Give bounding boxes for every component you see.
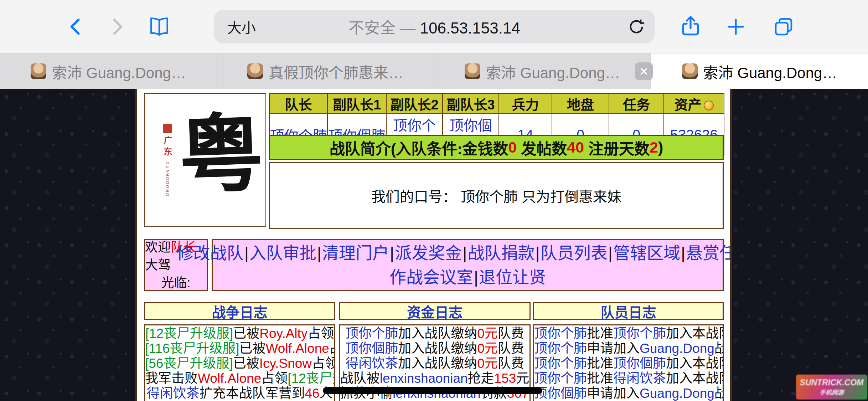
new-tab-button[interactable] bbox=[723, 14, 749, 40]
tab-overview-button[interactable] bbox=[768, 14, 799, 39]
address-bar[interactable]: 大小 不安全 — 106.53.153.14 bbox=[214, 10, 655, 43]
tab-4[interactable]: 索沛 Guang.Dong… bbox=[651, 53, 868, 89]
log-line: 我军击败Wolf.Alone占领[12丧尸升级服] bbox=[145, 371, 334, 386]
address-text: 不安全 — 106.53.153.14 bbox=[257, 15, 612, 38]
home-indicator[interactable] bbox=[323, 387, 542, 394]
close-icon bbox=[639, 66, 649, 77]
tab-bar: 索沛 Guang.Dong…真假顶你个肺惠来…索沛 Guang.Dong…索沛 … bbox=[0, 53, 868, 89]
leader-col-header: 队长 bbox=[269, 93, 327, 114]
welcome-line: 光临: bbox=[161, 274, 190, 292]
page-background: 广东 GUANGDONG 粤 队长副队长1副队长2副队长3兵力地盘任务资产 顶你… bbox=[0, 89, 868, 401]
text-link[interactable]: 顶你个肺 bbox=[534, 356, 587, 371]
text-segment: 153 bbox=[494, 371, 516, 386]
text-segment: 加入本战队 bbox=[666, 356, 724, 371]
log-line: 顶你个肺批准得闲饮茶加入本战队 bbox=[534, 371, 723, 386]
text-segment: [116丧尸升级服] bbox=[145, 341, 239, 356]
admin-link[interactable]: 入队审批 bbox=[249, 243, 316, 262]
chevron-left-icon bbox=[66, 16, 86, 37]
text-segment: 战队简介(入队条件:金钱数 bbox=[330, 137, 508, 159]
text-link[interactable]: 顶你个肺 bbox=[534, 371, 587, 386]
admin-link[interactable]: 悬赏任务 bbox=[686, 243, 730, 262]
log-line: 顶你個肺加入战队缴纳0元队费 bbox=[340, 341, 529, 356]
text-link[interactable]: 得闲饮茶 bbox=[345, 356, 398, 371]
log-line: 顶你个肺批准顶你个肺加入本战队 bbox=[534, 326, 723, 341]
text-link[interactable]: 顶你個肺 bbox=[613, 356, 666, 371]
tab-3[interactable]: 索沛 Guang.Dong… bbox=[434, 53, 651, 89]
tab-title: 索沛 Guang.Dong… bbox=[52, 61, 186, 82]
text-link[interactable]: lenxinshaonian bbox=[380, 371, 468, 386]
text-link[interactable]: Guang.Dong bbox=[640, 341, 714, 356]
text-segment: 0元 bbox=[477, 326, 498, 341]
admin-link[interactable]: 战队捐款 bbox=[468, 243, 535, 262]
share-button[interactable] bbox=[676, 11, 705, 41]
bookmarks-button[interactable] bbox=[145, 14, 173, 40]
reload-button[interactable] bbox=[626, 17, 646, 37]
chevron-right-icon bbox=[107, 16, 127, 37]
safari-toolbar: 大小 不安全 — 106.53.153.14 bbox=[0, 0, 868, 53]
text-link[interactable]: 顶你個肺 bbox=[345, 341, 398, 356]
text-segment: 加入本战队 bbox=[666, 371, 724, 386]
close-tab-button[interactable] bbox=[635, 62, 653, 80]
text-segment: 申请加入 bbox=[587, 386, 640, 401]
tab-favicon bbox=[31, 63, 46, 79]
text-segment: 占领 bbox=[261, 371, 288, 386]
text-link[interactable]: 顶你個肺 bbox=[534, 386, 587, 401]
fund-log-header: 资金日志 bbox=[339, 302, 531, 320]
separator: | bbox=[474, 268, 478, 287]
war-log-body: [12丧尸升级服]已被Roy.Alty占领[116丧尸升级服]已被Wolf.Al… bbox=[144, 324, 335, 401]
text-segment: 已被 bbox=[233, 356, 259, 371]
text-segment: Wolf.Alone bbox=[198, 371, 261, 386]
leader-col-header: 资产 bbox=[664, 93, 724, 114]
admin-link[interactable]: 派发奖金 bbox=[395, 243, 462, 262]
text-segment: 我军击败 bbox=[145, 371, 198, 386]
text-link[interactable]: 顶你个肺 bbox=[345, 326, 398, 341]
slogan-box: 我们的口号： 顶你个肺 只为打倒惠来妹 bbox=[269, 162, 724, 229]
tab-title: 真假顶你个肺惠来… bbox=[269, 61, 403, 82]
leader-col-header: 副队长1 bbox=[327, 93, 386, 114]
separator: | bbox=[244, 243, 249, 262]
emblem-character: 粤 bbox=[177, 102, 265, 207]
text-segment: 队费 bbox=[498, 356, 524, 371]
tabs-icon bbox=[772, 16, 795, 38]
text-link[interactable]: 顶你个肺 bbox=[534, 341, 587, 356]
seal-stamp-icon bbox=[163, 124, 172, 133]
admin-link[interactable]: 清理门户 bbox=[322, 243, 389, 262]
coin-icon bbox=[704, 101, 714, 110]
text-segment: 元 bbox=[516, 371, 529, 386]
text-link[interactable]: 得闲饮茶 bbox=[146, 386, 199, 401]
tab-favicon bbox=[682, 63, 698, 79]
text-segment: 战队 bbox=[714, 386, 724, 401]
text-link[interactable]: 得闲饮茶 bbox=[613, 371, 666, 386]
forward-button[interactable] bbox=[103, 14, 130, 39]
text-segment: 扩充本战队军营到 bbox=[199, 386, 305, 401]
admin-links-row: 作战会议室|退位让贤 bbox=[389, 265, 546, 289]
admin-links-box: 修改战队|入队审批|清理门户|派发奖金|战队捐款|队员列表|管辖区域|悬赏任务|… bbox=[212, 239, 724, 291]
text-segment: 0元 bbox=[477, 341, 498, 356]
log-line: 顶你個肺申请加入Guang.Dong战队 bbox=[534, 386, 723, 401]
leader-col-header: 兵力 bbox=[499, 93, 552, 114]
back-button[interactable] bbox=[62, 14, 89, 39]
tab-1[interactable]: 索沛 Guang.Dong… bbox=[0, 53, 217, 89]
text-segment: [12丧尸升级服] bbox=[288, 371, 335, 386]
watermark-line2: 手机网游 bbox=[820, 387, 844, 396]
text-link[interactable]: Guang.Dong bbox=[640, 386, 714, 401]
url-host: 106.53.153.14 bbox=[420, 19, 520, 37]
leader-col-header: 任务 bbox=[609, 93, 664, 114]
log-line: [116丧尸升级服]已被Wolf.Alone占领 bbox=[145, 341, 334, 356]
admin-link[interactable]: 作战会议室 bbox=[389, 268, 473, 287]
admin-link[interactable]: 修改战队 bbox=[177, 243, 244, 262]
admin-link[interactable]: 队员列表 bbox=[541, 243, 608, 262]
text-segment: 大驾 bbox=[145, 258, 171, 272]
separator: | bbox=[390, 243, 394, 262]
admin-link[interactable]: 退位让贤 bbox=[479, 268, 546, 287]
member-log-body: 顶你个肺批准顶你个肺加入本战队顶你个肺申请加入Guang.Dong战队顶你个肺批… bbox=[533, 324, 724, 401]
text-link[interactable]: 顶你个肺 bbox=[613, 326, 666, 341]
log-line: [12丧尸升级服]已被Roy.Alty占领 bbox=[145, 326, 334, 341]
text-segment: 0元 bbox=[477, 356, 498, 371]
text-segment: 发帖数 bbox=[517, 137, 567, 159]
tab-2[interactable]: 真假顶你个肺惠来… bbox=[217, 53, 434, 89]
open-book-icon bbox=[148, 15, 171, 38]
text-size-button[interactable]: 大小 bbox=[227, 16, 256, 37]
admin-link[interactable]: 管辖区域 bbox=[613, 243, 680, 262]
text-link[interactable]: 顶你个肺 bbox=[534, 326, 587, 341]
